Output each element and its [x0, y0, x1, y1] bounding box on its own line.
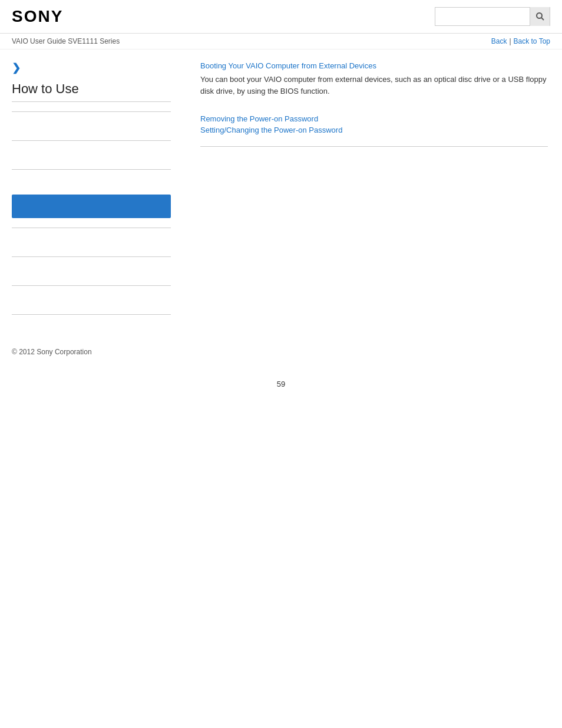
page-header: SONY [0, 0, 562, 34]
search-icon [535, 12, 545, 21]
page-number: 59 [0, 368, 562, 400]
footer: © 2012 Sony Corporation [0, 336, 562, 368]
guide-title: VAIO User Guide SVE1111 Series [12, 37, 120, 45]
content-divider [200, 146, 548, 147]
search-button[interactable] [530, 7, 550, 26]
sidebar-item-1 [12, 121, 171, 131]
search-input[interactable] [435, 8, 530, 25]
sidebar-divider-5 [12, 256, 171, 257]
main-content-description: You can boot your VAIO computer from ext… [200, 74, 548, 97]
main-content-section: Booting Your VAIO Computer from External… [200, 61, 548, 97]
sidebar-highlight[interactable] [12, 195, 171, 218]
nav-separator: | [509, 37, 511, 45]
sidebar-divider-1 [12, 111, 171, 112]
sidebar-divider-6 [12, 285, 171, 286]
sub-link-1[interactable]: Removing the Power-on Password [200, 114, 548, 123]
svg-point-0 [537, 13, 542, 18]
nav-bar: VAIO User Guide SVE1111 Series Back | Ba… [0, 34, 562, 50]
content-area: Booting Your VAIO Computer from External… [183, 50, 562, 336]
search-box [435, 7, 550, 26]
sidebar-divider-3 [12, 169, 171, 170]
sidebar: ❯ How to Use [0, 50, 183, 336]
sidebar-title: How to Use [12, 81, 171, 102]
sidebar-item-4 [12, 238, 171, 247]
back-to-top-link[interactable]: Back to Top [514, 37, 550, 45]
sidebar-item-2 [12, 150, 171, 160]
main-content-link[interactable]: Booting Your VAIO Computer from External… [200, 61, 548, 70]
back-link[interactable]: Back [491, 37, 507, 45]
sidebar-item-3 [12, 179, 171, 189]
sony-logo: SONY [12, 7, 63, 26]
sidebar-arrow: ❯ [12, 61, 171, 74]
sidebar-item-6 [12, 295, 171, 305]
sub-link-2[interactable]: Setting/Changing the Power-on Password [200, 126, 548, 134]
sidebar-divider-7 [12, 314, 171, 315]
sub-links-section: Removing the Power-on Password Setting/C… [200, 114, 548, 147]
sidebar-divider-4 [12, 228, 171, 228]
svg-line-1 [541, 18, 544, 20]
sidebar-item-5 [12, 266, 171, 276]
copyright-text: © 2012 Sony Corporation [12, 348, 92, 356]
nav-links: Back | Back to Top [491, 37, 550, 45]
main-layout: ❯ How to Use Booting Your VAIO Computer … [0, 50, 562, 336]
sidebar-divider-2 [12, 140, 171, 141]
